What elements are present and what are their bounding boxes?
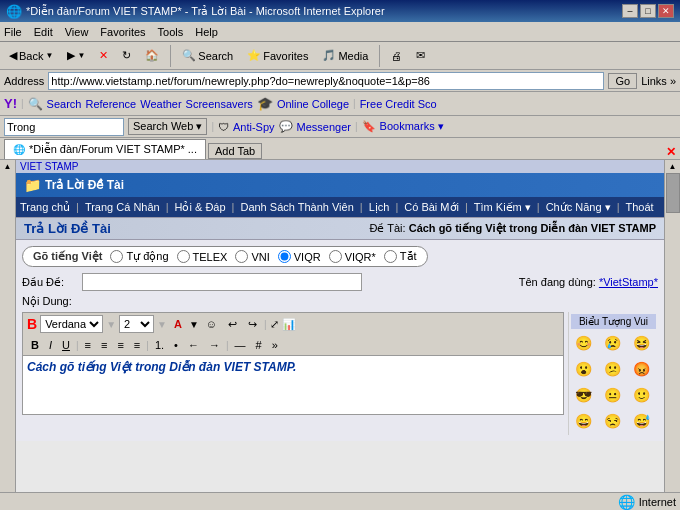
nav-faq[interactable]: Hỏi & Đáp	[175, 201, 226, 214]
italic-button[interactable]: I	[45, 337, 56, 353]
scroll-up-right[interactable]: ▲	[669, 162, 677, 171]
nav-calendar[interactable]: Lịch	[369, 201, 390, 214]
radio-tat-label[interactable]: Tắt	[400, 250, 417, 263]
align-right-button[interactable]: ≡	[113, 337, 127, 353]
forward-button[interactable]: ▶ ▼	[62, 46, 90, 65]
nav-new-posts[interactable]: Có Bài Mới	[404, 201, 459, 214]
menu-tools[interactable]: Tools	[158, 26, 184, 38]
search-link[interactable]: Search	[47, 98, 82, 110]
add-tab-button[interactable]: Add Tab	[208, 143, 262, 159]
indent-button[interactable]: →	[205, 337, 224, 353]
topic-label: Đề Tài:	[369, 222, 405, 234]
go-button[interactable]: Go	[608, 73, 637, 89]
back-button[interactable]: ◀ Back ▼	[4, 46, 58, 65]
radio-viqr-star-label[interactable]: VIQR*	[345, 251, 376, 263]
outdent-button[interactable]: ←	[184, 337, 203, 353]
emoji-4[interactable]: 😕	[600, 357, 624, 381]
radio-tu-dong-label[interactable]: Tự động	[126, 250, 168, 263]
radio-tat-input[interactable]	[384, 250, 397, 263]
menu-view[interactable]: View	[65, 26, 89, 38]
undo-button[interactable]: ↩	[224, 316, 241, 333]
tab-close-icon[interactable]: ✕	[666, 145, 676, 159]
emoji-11[interactable]: 😅	[629, 409, 653, 433]
search-button[interactable]: 🔍 Search	[177, 46, 238, 65]
close-button[interactable]: ✕	[658, 4, 674, 18]
radio-telex-label[interactable]: TELEX	[193, 251, 228, 263]
viet-stamp-link[interactable]: VIET STAMP	[20, 161, 79, 172]
align-center-button[interactable]: ≡	[97, 337, 111, 353]
align-justify-button[interactable]: ≡	[130, 337, 144, 353]
radio-telex: TELEX	[177, 250, 228, 263]
hr-button[interactable]: —	[231, 337, 250, 353]
back-dropdown-icon[interactable]: ▼	[45, 51, 53, 60]
emoji-6[interactable]: 😎	[571, 383, 595, 407]
unordered-list-button[interactable]: •	[170, 337, 182, 353]
emoji-0[interactable]: 😊	[571, 331, 595, 355]
menu-file[interactable]: File	[4, 26, 22, 38]
refresh-button[interactable]: ↻	[117, 46, 136, 65]
emoji-9[interactable]: 😄	[571, 409, 595, 433]
nav-logout[interactable]: Thoát	[626, 201, 654, 213]
search-input[interactable]	[4, 118, 124, 136]
maximize-button[interactable]: □	[640, 4, 656, 18]
emoji-2[interactable]: 😆	[629, 331, 653, 355]
active-tab[interactable]: 🌐 *Diễn đàn/Forum VIET STAMP* ...	[4, 139, 206, 159]
links-button[interactable]: Links »	[641, 75, 676, 87]
emoji-5[interactable]: 😡	[629, 357, 653, 381]
radio-telex-input[interactable]	[177, 250, 190, 263]
credit-link[interactable]: Free Credit Sco	[360, 98, 437, 110]
underline-button[interactable]: U	[58, 337, 74, 353]
nav-profile[interactable]: Trang Cá Nhân	[85, 201, 160, 213]
redo-button[interactable]: ↪	[244, 316, 261, 333]
weather-link[interactable]: Weather	[140, 98, 181, 110]
scroll-thumb[interactable]	[666, 173, 680, 213]
scroll-up-arrow[interactable]: ▲	[4, 162, 12, 171]
emoji-8[interactable]: 🙂	[629, 383, 653, 407]
user-link[interactable]: *VietStamp*	[599, 276, 658, 288]
emoji-1[interactable]: 😢	[600, 331, 624, 355]
radio-viqr-star-input[interactable]	[329, 250, 342, 263]
menu-help[interactable]: Help	[195, 26, 218, 38]
print-button[interactable]: 🖨	[386, 47, 407, 65]
mail-button[interactable]: ✉	[411, 46, 430, 65]
college-link[interactable]: Online College	[277, 98, 349, 110]
bold-button[interactable]: B	[27, 337, 43, 353]
radio-tu-dong-input[interactable]	[110, 250, 123, 263]
media-button[interactable]: 🎵 Media	[317, 46, 373, 65]
nav-home[interactable]: Trang chủ	[20, 201, 70, 214]
emoji-10[interactable]: 😒	[600, 409, 624, 433]
smiley-button[interactable]: ☺	[202, 316, 221, 332]
align-left-button[interactable]: ≡	[81, 337, 95, 353]
search-web-button[interactable]: Search Web ▾	[128, 118, 207, 135]
radio-viqr-input[interactable]	[278, 250, 291, 263]
text-color-button[interactable]: A	[170, 316, 186, 332]
font-select[interactable]: Verdana	[40, 315, 103, 333]
subject-input[interactable]	[82, 273, 362, 291]
menu-edit[interactable]: Edit	[34, 26, 53, 38]
messenger-link[interactable]: Messenger	[297, 121, 351, 133]
bookmarks-link[interactable]: Bookmarks ▾	[380, 120, 444, 133]
screensavers-link[interactable]: Screensavers	[186, 98, 253, 110]
size-select[interactable]: 2	[119, 315, 154, 333]
address-input[interactable]	[48, 72, 604, 90]
more-button[interactable]: »	[268, 337, 282, 353]
reference-link[interactable]: Reference	[85, 98, 136, 110]
home-button[interactable]: 🏠	[140, 46, 164, 65]
emoji-3[interactable]: 😮	[571, 357, 595, 381]
radio-viqr-label[interactable]: VIQR	[294, 251, 321, 263]
link-button[interactable]: #	[252, 337, 266, 353]
radio-vni-input[interactable]	[235, 250, 248, 263]
favorites-button[interactable]: ⭐ Favorites	[242, 46, 313, 65]
menu-favorites[interactable]: Favorites	[100, 26, 145, 38]
ordered-list-button[interactable]: 1.	[151, 337, 168, 353]
text-editor[interactable]: Cách gõ tiếng Việt trong Diễn đàn VIET S…	[22, 355, 564, 415]
stop-button[interactable]: ✕	[94, 46, 113, 65]
nav-functions[interactable]: Chức Năng ▾	[546, 201, 611, 214]
radio-vni-label[interactable]: VNI	[251, 251, 269, 263]
nav-members[interactable]: Danh Sách Thành Viên	[240, 201, 353, 213]
forward-dropdown-icon[interactable]: ▼	[77, 51, 85, 60]
antispam-link[interactable]: Anti-Spy	[233, 121, 275, 133]
emoji-7[interactable]: 😐	[600, 383, 624, 407]
minimize-button[interactable]: –	[622, 4, 638, 18]
nav-search[interactable]: Tìm Kiếm ▾	[474, 201, 531, 214]
